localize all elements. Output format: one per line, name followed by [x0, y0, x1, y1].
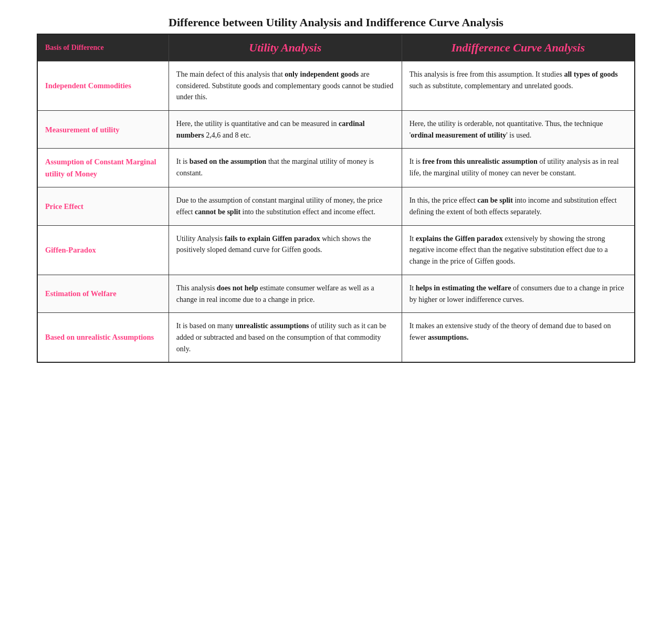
- table-row: Giffen-ParadoxUtility Analysis fails to …: [37, 225, 635, 275]
- indifference-cell: It makes an extensive study of the theor…: [402, 313, 635, 363]
- utility-cell: The main defect of this analysis that on…: [169, 61, 402, 111]
- utility-cell: This analysis does not help estimate con…: [169, 275, 402, 312]
- utility-cell: Due to the assumption of constant margin…: [169, 187, 402, 225]
- utility-cell: It is based on many unrealistic assumpti…: [169, 313, 402, 363]
- header-indifference: Indifference Curve Analysis: [402, 34, 635, 61]
- comparison-table: Basis of Difference Utility Analysis Ind…: [37, 34, 635, 363]
- table-row: Price EffectDue to the assumption of con…: [37, 187, 635, 225]
- header-utility: Utility Analysis: [169, 34, 402, 61]
- basis-cell: Price Effect: [37, 187, 169, 225]
- indifference-cell: Here, the utility is orderable, not quan…: [402, 111, 635, 149]
- basis-cell: Assumption of Constant Marginal utility …: [37, 149, 169, 187]
- utility-cell: It is based on the assumption that the m…: [169, 149, 402, 187]
- table-row: Assumption of Constant Marginal utility …: [37, 149, 635, 187]
- basis-cell: Measurement of utility: [37, 111, 169, 149]
- basis-cell: Giffen-Paradox: [37, 225, 169, 275]
- basis-cell: Estimation of Welfare: [37, 275, 169, 312]
- indifference-cell: It helps in estimating the welfare of co…: [402, 275, 635, 312]
- utility-cell: Here, the utility is quantitative and ca…: [169, 111, 402, 149]
- table-row: Independent CommoditiesThe main defect o…: [37, 61, 635, 111]
- basis-cell: Independent Commodities: [37, 61, 169, 111]
- basis-cell: Based on unrealistic Assumptions: [37, 313, 169, 363]
- main-container: Difference between Utility Analysis and …: [37, 11, 635, 363]
- indifference-cell: It is free from this unrealistic assumpt…: [402, 149, 635, 187]
- indifference-cell: In this, the price effect can be split i…: [402, 187, 635, 225]
- table-row: Based on unrealistic AssumptionsIt is ba…: [37, 313, 635, 363]
- page-title: Difference between Utility Analysis and …: [37, 11, 635, 34]
- utility-cell: Utility Analysis fails to explain Giffen…: [169, 225, 402, 275]
- table-row: Estimation of WelfareThis analysis does …: [37, 275, 635, 312]
- indifference-cell: It explains the Giffen paradox extensive…: [402, 225, 635, 275]
- indifference-cell: This analysis is free from this assumpti…: [402, 61, 635, 111]
- table-row: Measurement of utilityHere, the utility …: [37, 111, 635, 149]
- header-basis: Basis of Difference: [37, 34, 169, 61]
